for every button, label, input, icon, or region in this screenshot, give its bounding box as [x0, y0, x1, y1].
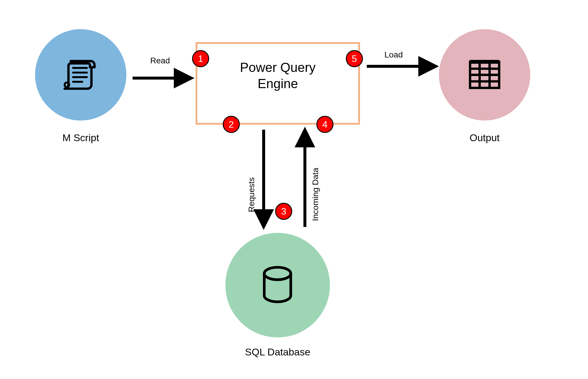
database-icon	[255, 263, 300, 307]
table-icon	[465, 56, 504, 94]
edge-label-load: Load	[384, 50, 403, 60]
edge-label-requests: Requests	[247, 156, 256, 212]
badge-3: 3	[275, 203, 292, 220]
output-node	[439, 29, 530, 121]
output-label: Output	[439, 132, 530, 144]
svg-point-0	[65, 83, 69, 87]
svg-point-5	[264, 267, 291, 280]
engine-title: Power QueryEngine	[240, 59, 316, 92]
sqldb-node	[225, 233, 330, 337]
badge-1: 1	[192, 50, 209, 67]
sqldb-label: SQL Database	[225, 346, 330, 358]
engine-node: Power QueryEngine	[196, 42, 360, 125]
edge-label-read: Read	[150, 56, 170, 65]
mscript-node	[35, 29, 126, 121]
badge-2: 2	[223, 116, 240, 133]
scroll-icon	[62, 56, 100, 94]
badge-5: 5	[346, 50, 363, 67]
edge-label-incoming: Incoming Data	[311, 139, 320, 221]
badge-4: 4	[316, 116, 333, 133]
mscript-label: M Script	[35, 132, 126, 144]
